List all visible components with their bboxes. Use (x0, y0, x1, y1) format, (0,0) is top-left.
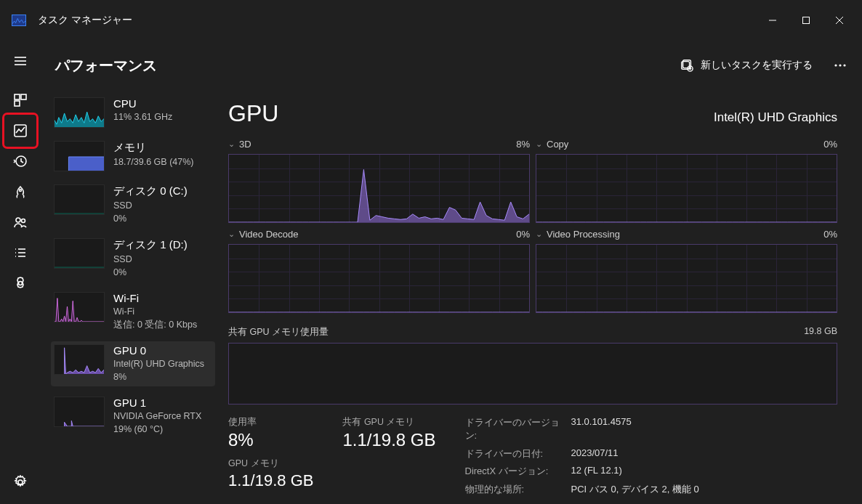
info-val: 2023/07/11 (571, 447, 699, 463)
shared-label: 共有 GPU メモリ使用量 (228, 326, 329, 338)
shared-max: 19.8 GB (804, 326, 837, 338)
detail-subtitle: Intel(R) UHD Graphics (714, 110, 837, 125)
chevron-down-icon: ⌄ (536, 229, 542, 239)
svg-rect-8 (21, 94, 26, 99)
graph-label: Copy (547, 139, 568, 150)
graph-copy-chart (536, 154, 837, 223)
new-task-label: 新しいタスクを実行する (701, 59, 813, 72)
stat-value: 8% (228, 430, 313, 450)
titlebar: タスク マネージャー (0, 0, 862, 41)
perf-item-disk1[interactable]: ディスク 1 (D:) SSD 0% (51, 235, 215, 282)
perf-sub2: 8% (113, 371, 212, 384)
nav-users[interactable] (6, 208, 35, 237)
perf-sub: NVIDIA GeForce RTX (113, 410, 212, 423)
info-key: DirectX バージョン: (465, 465, 560, 480)
svg-point-29 (839, 64, 841, 66)
left-nav (0, 41, 41, 504)
stat-value: 1.1/19.8 GB (228, 471, 313, 490)
graph-label: Video Processing (547, 229, 620, 240)
detail-panel: GPU Intel(R) UHD Graphics ⌄3D8% ⌄Copy0% … (219, 90, 862, 504)
svg-point-22 (18, 480, 23, 484)
svg-point-28 (834, 64, 837, 66)
nav-services[interactable] (6, 269, 35, 298)
graph-video-processing-chart (536, 244, 837, 313)
perf-name: Wi-Fi (113, 292, 212, 304)
chevron-down-icon: ⌄ (228, 229, 235, 239)
page-header: パフォーマンス 新しいタスクを実行する (41, 41, 862, 90)
stat-label: GPU メモリ (228, 458, 313, 470)
app-title: タスク マネージャー (38, 14, 132, 27)
nav-startup[interactable] (6, 177, 35, 206)
shared-gpu-memory-section: 共有 GPU メモリ使用量19.8 GB (228, 326, 837, 405)
perf-name: ディスク 1 (D:) (113, 238, 212, 252)
perf-item-gpu1[interactable]: GPU 1 NVIDIA GeForce RTX 19% (60 °C) (51, 394, 215, 439)
info-val: 31.0.101.4575 (571, 416, 699, 444)
graph-value: 8% (516, 139, 530, 150)
graph-3d[interactable]: ⌄3D8% (228, 139, 530, 223)
performance-sidebar: CPU 11% 3.61 GHz メモリ 18.7/39.6 GB (47%) … (41, 90, 219, 504)
svg-point-13 (16, 218, 20, 222)
info-val: 12 (FL 12.1) (571, 465, 699, 480)
nav-app-history[interactable] (6, 147, 35, 176)
close-button[interactable] (823, 6, 856, 35)
info-key: ドライバーの日付: (465, 447, 560, 463)
nav-performance[interactable] (6, 116, 35, 145)
gpu0-thumb-chart (54, 344, 105, 375)
perf-sub2: 0% (113, 267, 212, 280)
svg-point-30 (843, 64, 845, 66)
perf-item-gpu0[interactable]: GPU 0 Intel(R) UHD Graphics 8% (51, 341, 215, 386)
disk1-thumb-chart (54, 238, 105, 269)
nav-processes[interactable] (6, 86, 35, 115)
perf-sub2: 19% (60 °C) (113, 423, 212, 436)
minimize-button[interactable] (756, 6, 789, 35)
perf-sub2: 送信: 0 受信: 0 Kbps (113, 319, 212, 332)
detail-title: GPU (228, 100, 278, 127)
stat-label: 共有 GPU メモリ (342, 416, 435, 428)
more-button[interactable] (827, 52, 853, 78)
perf-sub: Intel(R) UHD Graphics (113, 358, 212, 371)
perf-item-cpu[interactable]: CPU 11% 3.61 GHz (51, 94, 215, 131)
perf-sub2: 0% (113, 213, 212, 226)
cpu-thumb-chart (54, 97, 105, 128)
gpu-stats: 使用率 8% GPU メモリ 1.1/19.8 GB 共有 GPU メモリ 1.… (228, 416, 837, 497)
graph-value: 0% (516, 229, 530, 240)
graph-label: 3D (239, 139, 251, 150)
hamburger-button[interactable] (6, 46, 35, 76)
perf-name: メモリ (113, 141, 212, 155)
graph-video-processing[interactable]: ⌄Video Processing0% (536, 229, 837, 313)
nav-settings[interactable] (6, 468, 35, 497)
maximize-button[interactable] (789, 6, 823, 35)
perf-sub: SSD (113, 253, 212, 267)
svg-rect-9 (15, 101, 20, 106)
graph-value: 0% (823, 139, 837, 150)
graph-video-decode-chart (228, 244, 530, 313)
gpu1-thumb-chart (54, 397, 105, 427)
perf-sub: 11% 3.61 GHz (113, 111, 212, 124)
perf-sub: Wi-Fi (113, 306, 212, 319)
svg-point-21 (19, 282, 23, 285)
stat-value: 1.1/19.8 GB (342, 430, 435, 450)
wifi-thumb-chart (54, 292, 105, 322)
svg-point-12 (20, 190, 22, 192)
memory-thumb-chart (54, 141, 105, 171)
stat-label: 使用率 (228, 416, 313, 428)
new-task-button[interactable]: 新しいタスクを実行する (673, 54, 820, 76)
info-key: 物理的な場所: (465, 483, 560, 498)
perf-item-disk0[interactable]: ディスク 0 (C:) SSD 0% (51, 182, 215, 228)
gpu-graphs-grid: ⌄3D8% ⌄Copy0% ⌄Video Decode0% ⌄Video Pro… (228, 139, 837, 313)
app-icon (12, 15, 26, 26)
svg-rect-7 (15, 94, 20, 99)
disk0-thumb-chart (54, 184, 105, 215)
gpu-info-grid: ドライバーのバージョン:31.0.101.4575 ドライバーの日付:2023/… (465, 416, 699, 497)
perf-item-memory[interactable]: メモリ 18.7/39.6 GB (47%) (51, 138, 215, 174)
graph-label: Video Decode (239, 229, 298, 240)
perf-sub: 18.7/39.6 GB (47%) (113, 156, 212, 169)
graph-video-decode[interactable]: ⌄Video Decode0% (228, 229, 530, 313)
perf-item-wifi[interactable]: Wi-Fi Wi-Fi 送信: 0 受信: 0 Kbps (51, 289, 215, 334)
nav-details[interactable] (6, 238, 35, 267)
perf-name: CPU (113, 97, 212, 110)
info-val: PCI バス 0, デバイス 2, 機能 0 (571, 483, 699, 498)
perf-name: GPU 1 (113, 397, 212, 409)
info-key: ドライバーのバージョン: (465, 416, 560, 444)
graph-copy[interactable]: ⌄Copy0% (536, 139, 837, 223)
